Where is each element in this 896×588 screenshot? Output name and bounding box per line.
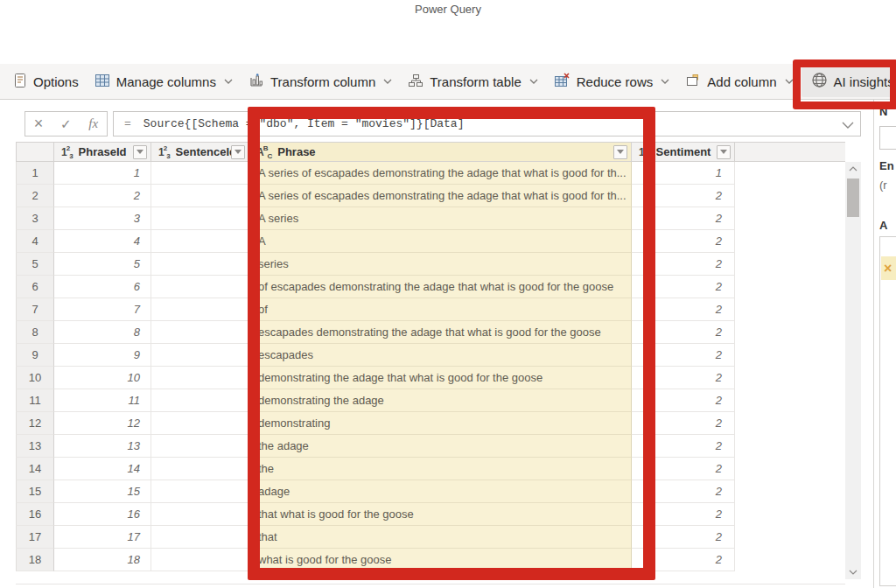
- phraseid-cell[interactable]: 13: [54, 435, 151, 458]
- sentiment-cell[interactable]: 2: [632, 207, 735, 230]
- sentenceid-cell[interactable]: [151, 344, 249, 367]
- sentiment-cell[interactable]: 2: [632, 549, 735, 571]
- row-number-cell[interactable]: 14: [16, 458, 54, 480]
- phraseid-cell[interactable]: 7: [54, 298, 151, 321]
- sentenceid-cell[interactable]: [151, 185, 249, 207]
- phrase-cell[interactable]: escapades demonstrating the adage that w…: [249, 321, 632, 344]
- row-number-cell[interactable]: 10: [16, 367, 54, 389]
- column-header-phraseid[interactable]: 123 PhraseId: [54, 142, 151, 162]
- sentiment-cell[interactable]: 2: [632, 412, 735, 435]
- column-header-sentenceid[interactable]: 123 SentenceId: [151, 142, 249, 162]
- row-number-cell[interactable]: 3: [16, 207, 54, 230]
- row-number-cell[interactable]: 13: [16, 435, 54, 458]
- sentenceid-cell[interactable]: [151, 435, 249, 458]
- phraseid-cell[interactable]: 6: [54, 276, 151, 298]
- sentenceid-cell[interactable]: [151, 207, 249, 230]
- sentiment-cell[interactable]: 2: [632, 344, 735, 367]
- phrase-cell[interactable]: of: [249, 298, 632, 321]
- sentiment-cell[interactable]: 2: [632, 253, 735, 276]
- sentiment-cell[interactable]: 2: [632, 503, 735, 526]
- sentenceid-cell[interactable]: [151, 549, 249, 571]
- sentiment-cell[interactable]: 2: [632, 435, 735, 458]
- sentenceid-cell[interactable]: [151, 367, 249, 389]
- filter-dropdown-icon[interactable]: [133, 145, 147, 159]
- phrase-cell[interactable]: series: [249, 253, 632, 276]
- row-number-cell[interactable]: 18: [16, 549, 54, 571]
- phraseid-cell[interactable]: 17: [54, 526, 151, 549]
- phraseid-cell[interactable]: 3: [54, 207, 151, 230]
- phrase-cell[interactable]: the: [249, 458, 632, 480]
- filter-dropdown-icon[interactable]: [717, 145, 731, 159]
- sentenceid-cell[interactable]: [151, 503, 249, 526]
- phrase-cell[interactable]: A series of escapades demonstrating the …: [249, 185, 632, 207]
- phraseid-cell[interactable]: 15: [54, 480, 151, 503]
- row-number-cell[interactable]: 17: [16, 526, 54, 549]
- phraseid-cell[interactable]: 14: [54, 458, 151, 480]
- filter-dropdown-icon[interactable]: [613, 145, 627, 159]
- row-number-cell[interactable]: 16: [16, 503, 54, 526]
- phrase-cell[interactable]: that: [249, 526, 632, 549]
- sentenceid-cell[interactable]: [151, 480, 249, 503]
- phrase-cell[interactable]: what is good for the goose: [249, 549, 632, 571]
- query-name-input[interactable]: [879, 126, 896, 150]
- phrase-cell[interactable]: demonstrating the adage that what is goo…: [249, 367, 632, 389]
- row-number-cell[interactable]: 11: [16, 389, 54, 412]
- reduce-rows-button[interactable]: Reduce rows: [546, 68, 678, 95]
- sentiment-cell[interactable]: 2: [632, 480, 735, 503]
- phrase-cell[interactable]: of escapades demonstrating the adage tha…: [249, 276, 632, 298]
- sentenceid-cell[interactable]: [151, 276, 249, 298]
- sentenceid-cell[interactable]: [151, 162, 249, 185]
- phraseid-cell[interactable]: 18: [54, 549, 151, 571]
- transform-column-button[interactable]: Transform column: [241, 68, 400, 95]
- row-number-cell[interactable]: 5: [16, 253, 54, 276]
- sentenceid-cell[interactable]: [151, 230, 249, 253]
- phrase-cell[interactable]: demonstrating the adage: [249, 389, 632, 412]
- phrase-cell[interactable]: A series: [249, 207, 632, 230]
- phrase-cell[interactable]: demonstrating: [249, 412, 632, 435]
- sentenceid-cell[interactable]: [151, 298, 249, 321]
- phrase-cell[interactable]: escapades: [249, 344, 632, 367]
- phraseid-cell[interactable]: 8: [54, 321, 151, 344]
- sentenceid-cell[interactable]: [151, 412, 249, 435]
- sentenceid-cell[interactable]: [151, 321, 249, 344]
- filter-dropdown-icon[interactable]: [231, 145, 245, 159]
- phraseid-cell[interactable]: 1: [54, 162, 151, 185]
- sentenceid-cell[interactable]: [151, 458, 249, 480]
- sentenceid-cell[interactable]: [151, 253, 249, 276]
- formula-fx-icon[interactable]: fx: [88, 116, 98, 131]
- sentiment-cell[interactable]: 2: [632, 321, 735, 344]
- sentenceid-cell[interactable]: [151, 526, 249, 549]
- phraseid-cell[interactable]: 2: [54, 185, 151, 207]
- scroll-down-icon[interactable]: [845, 565, 861, 579]
- ai-insights-button[interactable]: AI insights: [802, 66, 896, 97]
- row-number-cell[interactable]: 15: [16, 480, 54, 503]
- phraseid-cell[interactable]: 4: [54, 230, 151, 253]
- sentiment-cell[interactable]: 2: [632, 458, 735, 480]
- sentiment-cell[interactable]: 2: [632, 526, 735, 549]
- formula-check-icon[interactable]: ✓: [60, 116, 72, 132]
- phrase-cell[interactable]: the adage: [249, 435, 632, 458]
- phraseid-cell[interactable]: 10: [54, 367, 151, 389]
- row-number-cell[interactable]: 8: [16, 321, 54, 344]
- row-number-cell[interactable]: 9: [16, 344, 54, 367]
- sentiment-cell[interactable]: 2: [632, 389, 735, 412]
- sentiment-cell[interactable]: 2: [632, 185, 735, 207]
- formula-input[interactable]: = Source{[Schema = "dbo", Item = "movies…: [113, 111, 861, 136]
- row-number-cell[interactable]: 7: [16, 298, 54, 321]
- row-number-cell[interactable]: 6: [16, 276, 54, 298]
- sentiment-cell[interactable]: 2: [632, 298, 735, 321]
- scrollbar-thumb[interactable]: [847, 178, 859, 217]
- options-button[interactable]: Options: [5, 68, 87, 95]
- formula-cancel-icon[interactable]: ×: [34, 115, 44, 133]
- sentiment-cell[interactable]: 2: [632, 367, 735, 389]
- vertical-scrollbar[interactable]: [845, 162, 861, 579]
- row-number-cell[interactable]: 4: [16, 230, 54, 253]
- scroll-up-icon[interactable]: [845, 162, 861, 176]
- formula-expand-chevron-icon[interactable]: [842, 116, 854, 132]
- sentenceid-cell[interactable]: [151, 389, 249, 412]
- applied-step-item[interactable]: ×: [881, 256, 896, 280]
- phrase-cell[interactable]: A series of escapades demonstrating the …: [249, 162, 632, 185]
- column-header-phrase[interactable]: ABC Phrase: [249, 142, 632, 162]
- phrase-cell[interactable]: adage: [249, 480, 632, 503]
- phrase-cell[interactable]: that what is good for the goose: [249, 503, 632, 526]
